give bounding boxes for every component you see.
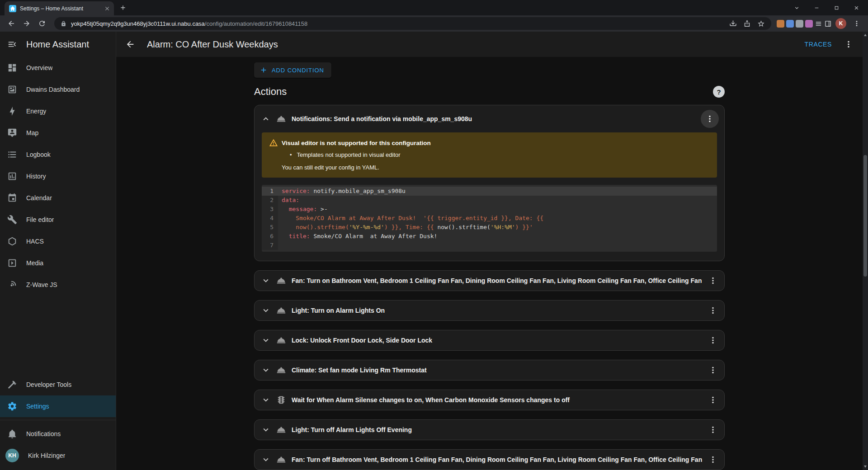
room-service-icon (276, 306, 286, 315)
action-card[interactable]: Fan: Turn off Bathroom Vent, Bedroom 1 C… (254, 449, 725, 470)
sidebar-item-label: Dwains Dashboard (26, 86, 80, 93)
action-card[interactable]: Climate: Set fan mode Living Rm Thermost… (254, 360, 725, 381)
room-service-wrap (276, 455, 286, 465)
help-button[interactable]: ? (713, 86, 725, 98)
expanded-action-header[interactable]: Notifications: Send a notification via m… (255, 105, 724, 132)
browser-profile-avatar[interactable]: K (835, 18, 846, 29)
action-title: Notifications: Send a notification via m… (292, 115, 695, 122)
browser-back-button[interactable] (5, 17, 18, 30)
user-initials: KH (8, 452, 16, 459)
sidebar-item-settings[interactable]: Settings (0, 395, 116, 417)
traces-button[interactable]: TRACES (805, 41, 832, 48)
action-menu-button[interactable] (708, 365, 718, 375)
action-card[interactable]: Light: Turn off Alarm Lights Off Evening (254, 419, 725, 440)
tab-close-icon[interactable] (104, 5, 110, 12)
expand-button[interactable] (261, 276, 271, 286)
share-icon[interactable] (743, 20, 751, 28)
sidebar-item-dwains-dashboard[interactable]: Dwains Dashboard (0, 79, 116, 100)
action-menu-button[interactable] (708, 395, 718, 405)
action-menu-button[interactable] (701, 110, 719, 128)
expand-button[interactable] (261, 335, 271, 345)
browser-tab[interactable]: Settings – Home Assistant (5, 1, 114, 15)
chevron-down-icon (261, 425, 271, 435)
menu-open-icon (7, 39, 17, 49)
room-service-wrap (276, 276, 286, 286)
actions-heading: Actions (254, 86, 287, 98)
action-menu-button[interactable] (708, 335, 718, 345)
page-scrollbar[interactable] (863, 32, 868, 470)
expand-button[interactable] (261, 425, 271, 435)
scrollbar-thumb[interactable] (863, 155, 867, 277)
window-minimize-icon[interactable] (807, 0, 826, 15)
hacs-icon (7, 236, 17, 246)
sidebar-item-logbook[interactable]: Logbook (0, 144, 116, 165)
yaml-editor[interactable]: 1service: notify.mobile_app_sm_s908u2dat… (262, 185, 717, 252)
side-panel-icon[interactable] (824, 20, 832, 28)
action-card[interactable]: Lock: Unlock Front Door Lock, Side Door … (254, 330, 725, 351)
action-menu-button[interactable] (708, 276, 718, 286)
expand-button[interactable] (261, 395, 271, 405)
extension-icon-4[interactable] (805, 20, 813, 28)
sidebar-user[interactable]: KH Kirk Hilzinger (0, 445, 116, 466)
browser-menu-icon[interactable] (850, 17, 863, 30)
sidebar-item-energy[interactable]: Energy (0, 100, 116, 122)
sidebar-item-history[interactable]: History (0, 165, 116, 187)
sidebar-item-file-editor[interactable]: File editor (0, 209, 116, 230)
scrollbar-down-arrow[interactable] (864, 465, 867, 468)
app-title: Home Assistant (26, 39, 89, 50)
sidebar-item-map[interactable]: Map (0, 122, 116, 144)
sidebar-menu-button[interactable] (7, 39, 17, 49)
back-button[interactable] (125, 39, 135, 49)
expand-button[interactable] (261, 306, 271, 315)
sidebar-item-notifications[interactable]: Notifications (0, 423, 116, 445)
sidebar-item-hacs[interactable]: HACS (0, 230, 116, 252)
action-card[interactable]: Fan: Turn on Bathroom Vent, Bedroom 1 Ce… (254, 270, 725, 291)
room-service-wrap (276, 335, 286, 345)
line-number: 7 (262, 241, 278, 250)
window-maximize-icon[interactable] (826, 0, 846, 15)
main-area: Alarm: CO After Dusk Weekdays TRACES ADD… (116, 32, 863, 470)
action-menu-button[interactable] (708, 455, 718, 465)
sidebar-item-label: File editor (26, 216, 54, 223)
add-condition-label: ADD CONDITION (272, 67, 324, 74)
extension-icon-1[interactable] (777, 20, 784, 28)
collapse-button[interactable] (261, 114, 271, 124)
sidebar-item-z-wave-js[interactable]: Z-Wave JS (0, 274, 116, 296)
win-min-icon (814, 5, 820, 11)
browser-tab-strip: Settings – Home Assistant (0, 0, 868, 15)
install-app-icon[interactable] (729, 20, 737, 28)
new-tab-button[interactable] (117, 1, 129, 14)
reading-list-icon[interactable] (815, 20, 822, 28)
extension-icon-3[interactable] (796, 20, 803, 28)
scrollbar-up-arrow[interactable] (864, 34, 867, 36)
lines-icon (815, 20, 822, 28)
dots-vertical-icon (708, 395, 718, 405)
sidebar-item-developer-tools[interactable]: Developer Tools (0, 374, 116, 395)
sidebar-item-calendar[interactable]: Calendar (0, 187, 116, 209)
sidebar-item-overview[interactable]: Overview (0, 57, 116, 79)
arrow-left-icon (7, 19, 15, 28)
room-service-wrap (276, 365, 286, 375)
plus-icon (259, 66, 268, 74)
line-content: message: >- (278, 205, 328, 214)
add-condition-button[interactable]: ADD CONDITION (254, 62, 331, 78)
expand-button[interactable] (261, 455, 271, 465)
browser-reload-button[interactable] (35, 17, 49, 30)
code-line: 1service: notify.mobile_app_sm_s908u (262, 187, 717, 196)
action-menu-button[interactable] (708, 425, 718, 435)
action-card[interactable]: Wait for When Alarm Silense changes to o… (254, 390, 725, 410)
browser-forward-button[interactable] (20, 17, 33, 30)
window-close-icon[interactable] (846, 0, 866, 15)
header-menu-button[interactable] (844, 39, 854, 49)
content-area: ADD CONDITION Actions ? Notifications: S… (116, 57, 863, 470)
room-service-icon (276, 276, 286, 286)
tab-title: Settings – Home Assistant (20, 5, 100, 12)
url-bar[interactable]: yokp45tj05qmy2q9g3un468yj3c0111w.ui.nabu… (54, 17, 771, 30)
action-menu-button[interactable] (708, 306, 718, 315)
extension-icon-2[interactable] (786, 20, 794, 28)
bookmark-star-icon[interactable] (757, 20, 765, 28)
expand-button[interactable] (261, 365, 271, 375)
window-chevron-icon[interactable] (787, 0, 807, 15)
action-card[interactable]: Light: Turn on Alarm Lights On (254, 300, 725, 321)
sidebar-item-media[interactable]: Media (0, 252, 116, 274)
